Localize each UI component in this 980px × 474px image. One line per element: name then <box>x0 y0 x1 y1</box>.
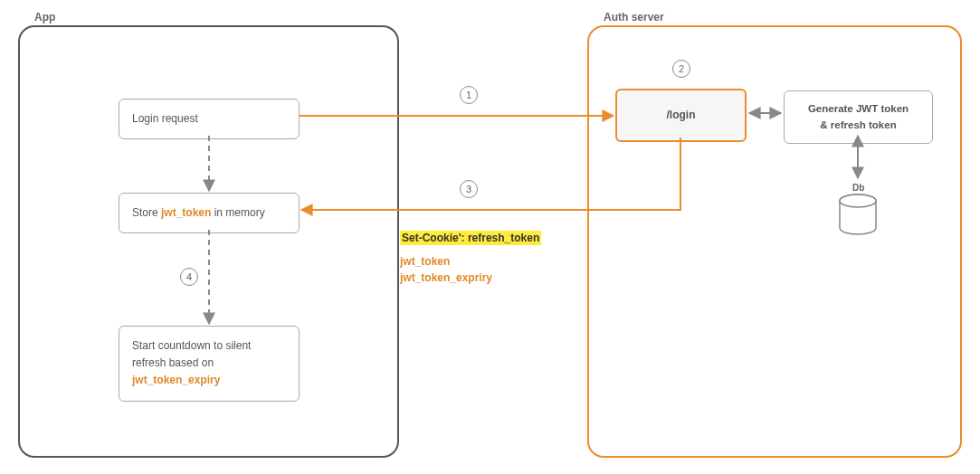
step-3: 3 <box>460 180 478 198</box>
node-login-request-text: Login request <box>132 112 198 125</box>
body-l2: jwt_token_expriry <box>400 270 541 286</box>
countdown-l2: refresh based on <box>132 355 286 372</box>
app-frame-title: App <box>34 11 55 24</box>
generate-l1: Generate JWT token <box>794 100 923 117</box>
login-endpoint-text: /login <box>667 109 696 121</box>
node-countdown: Start countdown to silent refresh based … <box>119 326 300 402</box>
store-post: in memory <box>211 206 264 219</box>
step-2: 2 <box>672 60 690 78</box>
node-store-token: Store jwt_token in memory <box>119 193 300 233</box>
response-labels: Set-Cookie': refresh_token jwt_token jwt… <box>400 230 541 286</box>
step-1: 1 <box>460 86 478 104</box>
store-token: jwt_token <box>161 206 211 219</box>
store-pre: Store <box>132 206 161 219</box>
countdown-l1: Start countdown to silent <box>132 337 286 355</box>
node-login-endpoint: /login <box>615 89 747 142</box>
cookie-label: Set-Cookie': refresh_token <box>400 231 541 245</box>
db-label: Db <box>852 183 864 193</box>
node-generate-token: Generate JWT token & refresh token <box>784 90 933 144</box>
step-4: 4 <box>180 268 198 286</box>
countdown-token: jwt_token_expiry <box>132 372 286 389</box>
generate-l2: & refresh token <box>794 117 923 133</box>
auth-frame-title: Auth server <box>604 11 664 24</box>
body-l1: jwt_token <box>400 253 541 270</box>
node-login-request: Login request <box>119 99 300 139</box>
